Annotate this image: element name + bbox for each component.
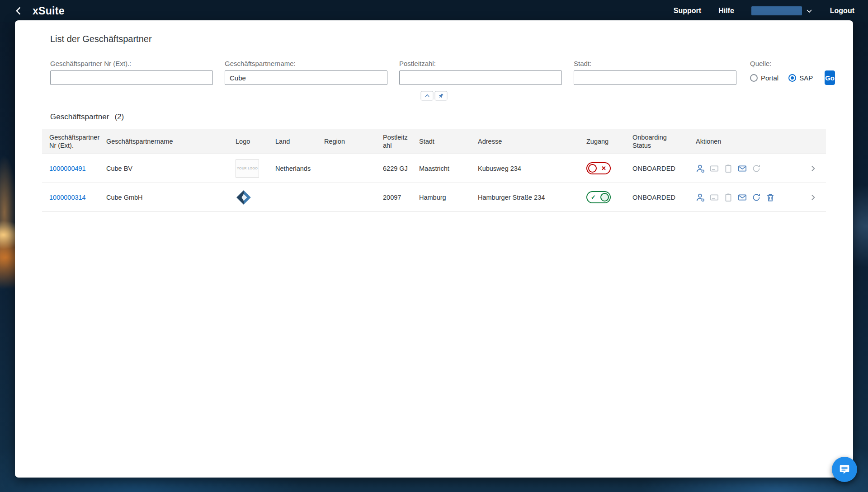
table-row: 1000000491 Cube BV YOUR LOGO Netherlands… (42, 154, 826, 183)
stadt-cell: Maastricht (415, 154, 473, 183)
page-title: List der Geschäftspartner (50, 34, 826, 44)
pin-filter-button[interactable] (435, 91, 448, 101)
partner-name-input[interactable] (225, 70, 387, 85)
plz-cell: 6229 GJ (378, 154, 415, 183)
filter-field-postleitzahl: Postleitzahl: (399, 60, 562, 85)
postleitzahl-input[interactable] (399, 70, 562, 85)
user-menu[interactable] (751, 6, 813, 15)
filter-bar: Geschäftspartner Nr (Ext).: Geschäftspar… (42, 60, 826, 85)
chevron-right-icon (809, 193, 817, 201)
row-actions (696, 193, 795, 202)
clipboard-icon[interactable] (724, 193, 733, 202)
toggle-handle (588, 164, 597, 173)
filter-field-stadt: Stadt: (574, 60, 736, 85)
section-title: Geschäftspartner (50, 112, 109, 122)
table-row: 1000000314 Cube GmbH 20097 Hamburg Hambu… (42, 183, 826, 212)
back-button[interactable] (14, 5, 26, 17)
chevron-right-icon (809, 164, 817, 173)
cube-logo (236, 189, 252, 206)
adresse-cell: Kubusweg 234 (473, 154, 582, 183)
col-header-region: Region (320, 129, 378, 154)
partner-name-cell: Cube BV (102, 154, 231, 183)
business-partner-table: Geschäftspartner Nr (Ext). Geschäftspart… (42, 129, 826, 212)
quelle-option-sap[interactable]: SAP (788, 74, 813, 82)
toggle-handle (600, 193, 609, 201)
sap-radio-label: SAP (799, 74, 813, 82)
partner-nr-link[interactable]: 1000000491 (49, 165, 86, 172)
land-cell: Netherlands (271, 154, 320, 183)
col-header-land: Land (271, 129, 320, 154)
send-mail-icon[interactable] (738, 164, 747, 173)
hilfe-link[interactable]: Hilfe (718, 7, 734, 15)
region-cell (320, 183, 378, 212)
stadt-label: Stadt: (574, 60, 736, 67)
partner-nr-label: Geschäftspartner Nr (Ext).: (50, 60, 213, 67)
support-link[interactable]: Support (674, 7, 701, 15)
col-header-onboarding-status: Onboarding Status (628, 129, 691, 154)
row-detail-chevron[interactable] (809, 164, 821, 173)
partner-nr-link[interactable]: 1000000314 (49, 194, 86, 201)
col-header-adresse: Adresse (473, 129, 582, 154)
quelle-label: Quelle: (750, 60, 813, 67)
onboarding-status: ONBOARDED (632, 194, 675, 201)
col-header-logo: Logo (231, 129, 271, 154)
plz-cell: 20097 (378, 183, 415, 212)
zugang-toggle-off[interactable]: ✕ (586, 162, 611, 174)
onboarding-status: ONBOARDED (632, 165, 675, 172)
logout-link[interactable]: Logout (830, 7, 854, 15)
col-header-spacer (800, 129, 826, 154)
user-name-redacted (751, 6, 802, 15)
chevron-down-icon (806, 7, 813, 14)
col-header-zugang: Zugang (582, 129, 628, 154)
quelle-option-portal[interactable]: Portal (750, 74, 778, 82)
land-cell (271, 183, 320, 212)
collapse-filter-button[interactable] (421, 91, 434, 101)
chat-launcher-button[interactable] (832, 457, 857, 482)
portal-radio-label: Portal (761, 74, 778, 82)
col-header-postleitzahl: Postleitzahl (378, 129, 415, 154)
filter-divider (15, 96, 853, 96)
desktop-background: xSuite Support Hilfe Logout List der Ges… (0, 0, 868, 492)
card-icon[interactable] (710, 164, 719, 173)
send-mail-icon[interactable] (738, 193, 747, 202)
partner-name-cell: Cube GmbH (102, 183, 231, 212)
top-bar: xSuite Support Hilfe Logout (0, 0, 868, 22)
logo-placeholder-image: YOUR LOGO (236, 159, 259, 178)
filter-field-quelle: Quelle: Portal SAP (750, 60, 813, 85)
col-header-stadt: Stadt (415, 129, 473, 154)
chevron-up-icon (424, 93, 430, 99)
table-section-header: Geschäftspartner (2) (50, 112, 826, 122)
col-header-aktionen: Aktionen (691, 129, 800, 154)
main-panel: List der Geschäftspartner Geschäftspartn… (15, 20, 853, 478)
row-actions (696, 164, 795, 173)
sap-radio[interactable] (788, 74, 796, 82)
stadt-input[interactable] (574, 70, 736, 85)
partner-nr-input[interactable] (50, 70, 213, 85)
check-icon: ✓ (591, 194, 596, 200)
row-detail-chevron[interactable] (809, 193, 821, 201)
user-settings-icon[interactable] (696, 164, 705, 173)
region-cell (320, 154, 378, 183)
postleitzahl-label: Postleitzahl: (399, 60, 562, 67)
user-settings-icon[interactable] (696, 193, 705, 202)
filter-field-partner-nr: Geschäftspartner Nr (Ext).: (50, 60, 213, 85)
zugang-toggle-on[interactable]: ✓ (586, 191, 611, 203)
col-header-partner-name: Geschäftspartnername (102, 129, 231, 154)
col-header-partner-nr: Geschäftspartner Nr (Ext). (42, 129, 102, 154)
table-header-row: Geschäftspartner Nr (Ext). Geschäftspart… (42, 129, 826, 154)
refresh-icon[interactable] (752, 193, 761, 202)
section-count: (2) (114, 112, 124, 122)
portal-radio[interactable] (750, 74, 758, 82)
app-logo: xSuite (33, 5, 65, 17)
chat-icon (839, 464, 850, 475)
cross-icon: ✕ (601, 165, 606, 171)
card-icon[interactable] (710, 193, 719, 202)
clipboard-icon[interactable] (724, 164, 733, 173)
pin-icon (438, 93, 444, 99)
stadt-cell: Hamburg (415, 183, 473, 212)
delete-icon[interactable] (766, 193, 775, 202)
chevron-left-icon (14, 6, 24, 16)
partner-name-label: Geschäftspartnername: (225, 60, 387, 67)
go-button[interactable]: Go (825, 70, 835, 85)
refresh-icon[interactable] (752, 164, 761, 173)
